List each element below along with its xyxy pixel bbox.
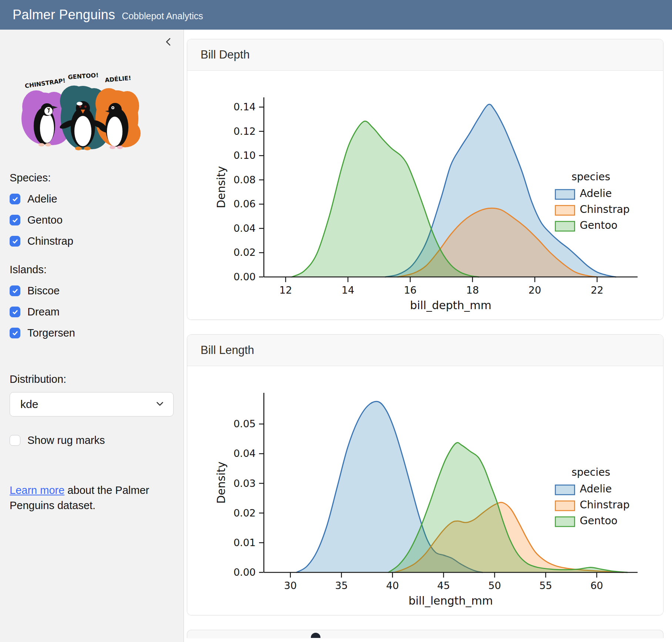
island-checkbox-biscoe[interactable]: Biscoe	[10, 285, 174, 297]
y-axis-label: Density	[215, 166, 228, 208]
sidebar: CHINSTRAP! GENTOO! ADÉLIE! Species: Adel…	[0, 30, 184, 642]
penguin-artwork-image: CHINSTRAP! GENTOO! ADÉLIE!	[12, 62, 174, 153]
bill-depth-card: Bill Depth 1214161820220.000.020.040.060…	[187, 39, 663, 320]
distribution-select[interactable]: kde	[10, 392, 174, 417]
legend-title: species	[572, 466, 611, 478]
island-checkbox-torgersen[interactable]: Torgersen	[10, 327, 174, 339]
y-tick-label: 0.01	[233, 537, 256, 548]
checkbox-label: Dream	[27, 306, 60, 318]
bill-depth-card-title: Bill Depth	[187, 39, 663, 71]
legend-title: species	[572, 171, 611, 183]
islands-heading: Islands:	[10, 264, 174, 276]
chevron-down-icon	[155, 398, 164, 411]
x-axis-label: bill_depth_mm	[410, 299, 491, 312]
y-tick-label: 0.00	[233, 566, 256, 578]
legend-label-adelie: Adelie	[580, 187, 612, 200]
island-checkbox-dream[interactable]: Dream	[10, 306, 174, 318]
y-tick-label: 0.12	[233, 126, 256, 137]
partial-card	[187, 630, 663, 638]
gentoo-art-label: GENTOO!	[68, 71, 99, 81]
checkbox-icon	[10, 194, 20, 204]
distribution-heading: Distribution:	[10, 373, 174, 385]
legend-swatch-chinstrap	[555, 205, 575, 215]
checkbox-icon	[10, 215, 20, 225]
legend-label-chinstrap: Chinstrap	[580, 203, 630, 215]
checkbox-icon	[10, 307, 20, 317]
legend: speciesAdelieChinstrapGentoo	[555, 171, 630, 231]
legend-label-gentoo: Gentoo	[580, 515, 618, 527]
adelie-art-label: ADÉLIE!	[105, 74, 131, 84]
species-checkbox-adelie[interactable]: Adelie	[10, 193, 174, 205]
x-tick-label: 55	[539, 580, 552, 591]
app-subtitle: Cobblepot Analytics	[122, 11, 203, 21]
checkbox-label: Gentoo	[27, 214, 63, 226]
legend-swatch-gentoo	[555, 517, 575, 526]
x-tick-label: 50	[488, 580, 501, 591]
app-window: Palmer Penguins Cobblepot Analytics	[0, 0, 672, 642]
x-tick-label: 45	[437, 580, 450, 591]
x-tick-label: 14	[342, 284, 354, 296]
species-checkbox-gentoo[interactable]: Gentoo	[10, 214, 174, 226]
y-tick-label: 0.02	[233, 247, 256, 258]
y-tick-label: 0.04	[233, 448, 256, 459]
x-tick-label: 40	[386, 580, 399, 591]
x-tick-label: 18	[466, 284, 479, 296]
species-heading: Species:	[10, 172, 174, 184]
legend-label-adelie: Adelie	[580, 483, 612, 495]
y-tick-label: 0.03	[233, 478, 256, 489]
learn-more-link[interactable]: Learn more	[10, 484, 64, 496]
partial-chart-shape	[311, 633, 320, 638]
x-tick-label: 16	[404, 284, 416, 296]
checkbox-label: Chinstrap	[27, 235, 73, 247]
legend-swatch-adelie	[555, 190, 575, 199]
y-tick-label: 0.10	[233, 150, 256, 161]
x-tick-label: 35	[335, 580, 348, 591]
checkbox-label: Torgersen	[27, 327, 75, 339]
y-tick-label: 0.04	[233, 223, 256, 234]
chevron-left-icon	[164, 37, 173, 48]
legend: speciesAdelieChinstrapGentoo	[555, 466, 630, 527]
checkbox-icon	[10, 435, 20, 446]
checkbox-label: Adelie	[27, 193, 57, 205]
chinstrap-art-label: CHINSTRAP!	[24, 77, 66, 90]
x-tick-label: 60	[590, 580, 603, 591]
main-content: Bill Depth 1214161820220.000.020.040.060…	[184, 30, 672, 642]
x-axis-label: bill_length_mm	[409, 594, 493, 607]
show-rug-marks-checkbox[interactable]: Show rug marks	[10, 434, 174, 447]
bill-depth-kde-plot: 1214161820220.000.020.040.060.080.100.12…	[187, 75, 663, 320]
legend-label-gentoo: Gentoo	[580, 219, 618, 231]
y-tick-label: 0.00	[233, 271, 256, 282]
x-tick-label: 30	[284, 580, 297, 591]
y-axis-label: Density	[215, 461, 228, 504]
y-tick-label: 0.08	[233, 174, 256, 185]
kde-chart-svg: 1214161820220.000.020.040.060.080.100.12…	[188, 75, 651, 320]
y-tick-label: 0.05	[233, 418, 256, 429]
checkbox-icon	[10, 285, 20, 296]
distribution-selected-value: kde	[20, 398, 155, 411]
legend-swatch-gentoo	[555, 221, 575, 231]
app-header: Palmer Penguins Cobblepot Analytics	[0, 0, 672, 30]
species-checkbox-chinstrap[interactable]: Chinstrap	[10, 235, 174, 247]
kde-chart-svg: 303540455055600.000.010.020.030.040.05bi…	[188, 371, 651, 615]
legend-label-chinstrap: Chinstrap	[580, 499, 630, 511]
sidebar-collapse-button[interactable]	[163, 37, 174, 48]
x-tick-label: 22	[591, 284, 603, 296]
bill-length-card-title: Bill Length	[187, 335, 663, 366]
legend-swatch-adelie	[555, 485, 575, 495]
bill-length-kde-plot: 303540455055600.000.010.020.030.040.05bi…	[187, 371, 663, 615]
bill-length-card: Bill Length 303540455055600.000.010.020.…	[187, 334, 663, 615]
y-tick-label: 0.02	[233, 507, 256, 519]
checkbox-icon	[10, 236, 20, 247]
checkbox-label: Biscoe	[27, 285, 60, 297]
sidebar-collapse-row	[10, 37, 174, 50]
legend-swatch-chinstrap	[555, 501, 575, 511]
learn-more-text: Learn more about the Palmer Penguins dat…	[10, 483, 172, 513]
app-title: Palmer Penguins	[13, 7, 115, 23]
y-tick-label: 0.06	[233, 198, 256, 210]
y-tick-label: 0.14	[233, 101, 256, 113]
checkbox-label: Show rug marks	[27, 434, 105, 447]
x-tick-label: 12	[279, 284, 292, 296]
checkbox-icon	[10, 328, 20, 338]
x-tick-label: 20	[528, 284, 541, 296]
